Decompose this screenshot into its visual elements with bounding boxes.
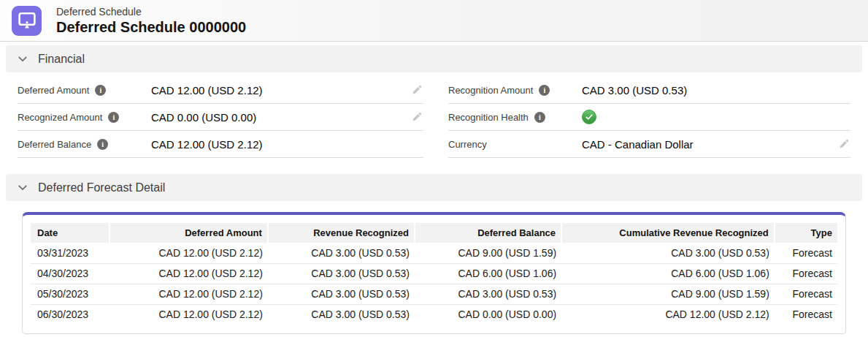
page-title: Deferred Schedule 0000000: [56, 18, 246, 37]
field-label: Recognition Amount: [448, 85, 533, 96]
table-cell: CAD 12.00 (USD 2.12): [110, 304, 268, 325]
table-cell: 05/30/2023: [31, 284, 110, 304]
table-cell: 06/30/2023: [31, 304, 110, 325]
table-cell: CAD 6.00 (USD 1.06): [561, 263, 775, 284]
info-icon[interactable]: i: [95, 85, 106, 96]
table-cell: Forecast: [775, 243, 837, 263]
field-value: CAD - Canadian Dollar: [582, 138, 833, 151]
success-check-icon: [582, 110, 596, 124]
column-header-deferred-balance: Deferred Balance: [415, 223, 561, 243]
field-label: Deferred Amount: [18, 85, 89, 96]
table-cell: Forecast: [775, 263, 837, 284]
table-cell: CAD 3.00 (USD 0.53): [268, 284, 415, 304]
fields-column-right: Recognition AmountiCAD 3.00 (USD 0.53)Re…: [448, 77, 850, 158]
field-label: Recognition Health: [448, 112, 529, 123]
field-value: CAD 12.00 (USD 2.12): [151, 138, 423, 151]
table-cell: CAD 9.00 (USD 1.59): [415, 243, 561, 263]
section-financial-toggle[interactable]: Financial: [6, 45, 862, 72]
table-cell: Forecast: [775, 284, 837, 304]
table-cell: CAD 3.00 (USD 0.53): [268, 304, 415, 325]
info-icon[interactable]: i: [539, 85, 550, 96]
info-icon[interactable]: i: [97, 139, 108, 150]
info-icon[interactable]: i: [108, 112, 119, 123]
table-cell: Forecast: [775, 304, 837, 325]
field-label: Recognized Amount: [18, 112, 102, 123]
field-label: Deferred Balance: [18, 139, 91, 150]
financial-fields: Deferred AmountiCAD 12.00 (USD 2.12)Reco…: [0, 72, 868, 158]
table-cell: CAD 9.00 (USD 1.59): [561, 284, 775, 304]
table-row: 03/31/2023CAD 12.00 (USD 2.12)CAD 3.00 (…: [31, 243, 837, 263]
table-cell: CAD 3.00 (USD 0.53): [561, 243, 775, 263]
table-row: 05/30/2023CAD 12.00 (USD 2.12)CAD 3.00 (…: [31, 284, 837, 304]
edit-pencil-icon[interactable]: [837, 137, 850, 151]
field-row-recognition-health: Recognition Healthi: [448, 104, 850, 131]
table-cell: CAD 6.00 (USD 1.06): [415, 263, 561, 284]
column-header-cumulative-revenue-recognized: Cumulative Revenue Recognized: [561, 223, 775, 243]
table-cell: CAD 12.00 (USD 2.12): [110, 263, 268, 284]
table-cell: CAD 12.00 (USD 2.12): [110, 284, 268, 304]
column-header-revenue-recognized: Revenue Recognized: [268, 223, 415, 243]
field-value: CAD 0.00 (USD 0.00): [151, 111, 406, 124]
field-value: CAD 12.00 (USD 2.12): [151, 84, 406, 96]
table-cell: 04/30/2023: [31, 263, 110, 284]
field-row-currency: CurrencyCAD - Canadian Dollar: [448, 131, 850, 158]
record-header: Deferred Schedule Deferred Schedule 0000…: [0, 0, 868, 42]
field-label: Currency: [448, 139, 487, 150]
column-header-date: Date: [31, 223, 110, 243]
forecast-table-header-row: DateDeferred AmountRevenue RecognizedDef…: [31, 223, 837, 243]
chevron-down-icon: [18, 183, 28, 193]
section-forecast-label: Deferred Forecast Detail: [38, 181, 165, 194]
table-cell: CAD 3.00 (USD 0.53): [268, 263, 415, 284]
field-row-recognized-amount: Recognized AmountiCAD 0.00 (USD 0.00): [18, 104, 423, 131]
edit-pencil-icon[interactable]: [410, 110, 423, 124]
info-icon[interactable]: i: [534, 112, 545, 123]
forecast-table: DateDeferred AmountRevenue RecognizedDef…: [31, 223, 837, 325]
edit-pencil-icon[interactable]: [410, 83, 423, 96]
field-row-deferred-balance: Deferred BalanceiCAD 12.00 (USD 2.12): [18, 131, 423, 158]
table-cell: CAD 12.00 (USD 2.12): [561, 304, 775, 325]
field-row-recognition-amount: Recognition AmountiCAD 3.00 (USD 0.53): [448, 77, 850, 104]
table-row: 04/30/2023CAD 12.00 (USD 2.12)CAD 3.00 (…: [31, 263, 837, 284]
table-cell: CAD 0.00 (USD 0.00): [415, 304, 561, 325]
field-value: CAD 3.00 (USD 0.53): [582, 84, 850, 96]
section-forecast-toggle[interactable]: Deferred Forecast Detail: [6, 174, 862, 201]
table-cell: CAD 12.00 (USD 2.12): [110, 243, 268, 263]
desktop-icon: [12, 6, 42, 36]
fields-column-left: Deferred AmountiCAD 12.00 (USD 2.12)Reco…: [18, 77, 423, 158]
section-financial-label: Financial: [38, 53, 85, 66]
object-name: Deferred Schedule: [56, 5, 246, 18]
field-row-deferred-amount: Deferred AmountiCAD 12.00 (USD 2.12): [18, 77, 423, 104]
column-header-deferred-amount: Deferred Amount: [110, 223, 268, 243]
forecast-table-card: DateDeferred AmountRevenue RecognizedDef…: [22, 212, 846, 334]
column-header-type: Type: [775, 223, 837, 243]
table-row: 06/30/2023CAD 12.00 (USD 2.12)CAD 3.00 (…: [31, 304, 837, 325]
table-cell: 03/31/2023: [31, 243, 110, 263]
table-cell: CAD 3.00 (USD 0.53): [415, 284, 561, 304]
table-cell: CAD 3.00 (USD 0.53): [268, 243, 415, 263]
chevron-down-icon: [18, 54, 28, 64]
